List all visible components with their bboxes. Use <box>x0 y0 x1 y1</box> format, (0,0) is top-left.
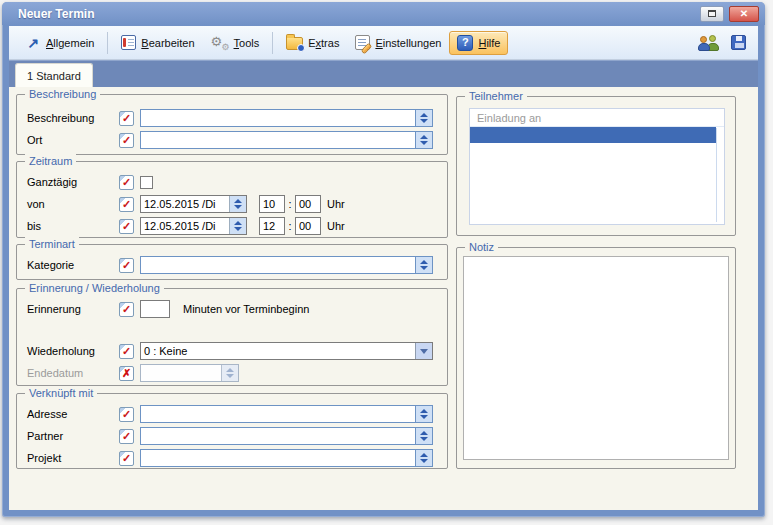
toolbar-separator <box>107 32 108 54</box>
erinnerung-hint-label: Minuten vor Terminbeginn <box>183 303 309 315</box>
time-colon: : <box>285 220 295 232</box>
bis-label: bis <box>27 220 119 232</box>
von-unit-label: Uhr <box>327 198 345 210</box>
group-teilnehmer: Teilnehmer Einladung an <box>456 96 736 236</box>
screen: Neuer Termin ✕ ↗ Allgemein Bearbeiten <box>0 0 773 525</box>
partner-input[interactable] <box>140 427 433 445</box>
restore-button[interactable] <box>700 6 724 22</box>
participants-selected-row[interactable] <box>470 127 716 143</box>
partner-spinner[interactable] <box>415 428 432 444</box>
group-title: Terminart <box>25 237 79 251</box>
chevron-down-icon[interactable] <box>415 343 432 359</box>
ort-spinner[interactable] <box>415 132 432 148</box>
close-icon: ✕ <box>740 9 748 19</box>
toolbar: ↗ Allgemein Bearbeiten ⚙⚙ Tools <box>9 26 758 60</box>
toolbar-button-allgemein[interactable]: ↗ Allgemein <box>17 31 102 55</box>
participants-column-header[interactable]: Einladung an <box>470 109 724 127</box>
arrow-up-right-icon: ↗ <box>25 35 41 51</box>
group-notiz: Notiz <box>456 247 736 469</box>
folder-info-icon <box>286 37 303 50</box>
check-flag-icon[interactable]: ✓ <box>119 258 134 273</box>
bis-hour-input[interactable]: 12 <box>259 217 285 235</box>
adresse-label: Adresse <box>27 408 119 420</box>
endedatum-label: Endedatum <box>27 367 119 379</box>
toolbar-button-hilfe[interactable]: ? Hilfe <box>449 31 508 55</box>
time-colon: : <box>285 198 295 210</box>
bis-unit-label: Uhr <box>327 220 345 232</box>
von-minute-input[interactable]: 00 <box>295 195 321 213</box>
participants-list[interactable]: Einladung an <box>469 108 725 225</box>
check-flag-icon[interactable]: ✓ <box>119 302 134 317</box>
tab-standard[interactable]: 1 Standard <box>15 63 93 87</box>
erinnerung-minutes-input[interactable] <box>140 300 170 318</box>
beschreibung-spinner[interactable] <box>415 110 432 126</box>
erinnerung-label: Erinnerung <box>27 303 119 315</box>
adresse-input[interactable] <box>140 405 433 423</box>
projekt-input[interactable] <box>140 449 433 467</box>
check-flag-icon[interactable]: ✓ <box>119 175 134 190</box>
group-title: Beschreibung <box>25 87 100 101</box>
cross-flag-icon[interactable]: ✗ <box>119 366 134 381</box>
toolbar-button-tools[interactable]: ⚙⚙ Tools <box>203 31 268 55</box>
ort-label: Ort <box>27 134 119 146</box>
check-flag-icon[interactable]: ✓ <box>119 219 134 234</box>
window-title: Neuer Termin <box>18 7 695 21</box>
projekt-spinner[interactable] <box>415 450 432 466</box>
check-flag-icon[interactable]: ✓ <box>119 133 134 148</box>
bis-date-input[interactable]: 12.05.2015 /Di <box>140 217 247 235</box>
check-flag-icon[interactable]: ✓ <box>119 344 134 359</box>
projekt-label: Projekt <box>27 452 119 464</box>
kategorie-spinner[interactable] <box>415 257 432 273</box>
group-title: Teilnehmer <box>465 89 527 103</box>
restore-icon <box>708 10 716 17</box>
participants-scrollbar[interactable] <box>716 128 717 222</box>
adresse-spinner[interactable] <box>415 406 432 422</box>
group-title: Verknüpft mit <box>25 386 97 400</box>
tab-strip: 1 Standard <box>9 60 758 87</box>
wiederholung-label: Wiederholung <box>27 345 119 357</box>
toolbar-separator <box>272 32 273 54</box>
notes-textarea[interactable] <box>463 256 729 460</box>
bis-date-spinner[interactable] <box>229 218 246 234</box>
contacts-icon[interactable] <box>698 35 719 51</box>
save-icon[interactable] <box>731 35 746 50</box>
toolbar-button-bearbeiten[interactable]: Bearbeiten <box>113 31 202 54</box>
ort-input[interactable] <box>140 131 433 149</box>
group-title: Zeitraum <box>25 154 76 168</box>
partner-label: Partner <box>27 430 119 442</box>
kategorie-input[interactable] <box>140 256 433 274</box>
check-flag-icon[interactable]: ✓ <box>119 111 134 126</box>
wiederholung-dropdown[interactable]: 0 : Keine <box>140 342 433 360</box>
group-title: Notiz <box>465 240 498 254</box>
check-flag-icon[interactable]: ✓ <box>119 429 134 444</box>
von-label: von <box>27 198 119 210</box>
group-zeitraum: Zeitraum Ganztägig ✓ von ✓ 12.05.2015 /D… <box>16 161 448 238</box>
new-appointment-window: Neuer Termin ✕ ↗ Allgemein Bearbeiten <box>2 2 765 517</box>
toolbar-button-einstellungen[interactable]: Einstellungen <box>347 31 449 54</box>
group-erinnerung-wiederholung: Erinnerung / Wiederholung Erinnerung ✓ M… <box>16 288 448 386</box>
von-date-spinner[interactable] <box>229 196 246 212</box>
check-flag-icon[interactable]: ✓ <box>119 451 134 466</box>
group-beschreibung: Beschreibung Beschreibung ✓ Ort ✓ <box>16 94 448 155</box>
settings-form-icon <box>355 35 370 50</box>
von-date-input[interactable]: 12.05.2015 /Di <box>140 195 247 213</box>
endedatum-input <box>140 364 239 382</box>
beschreibung-input[interactable] <box>140 109 433 127</box>
endedatum-spinner <box>221 365 238 381</box>
beschreibung-label: Beschreibung <box>27 112 119 124</box>
edit-note-icon <box>121 35 136 50</box>
von-hour-input[interactable]: 10 <box>259 195 285 213</box>
titlebar[interactable]: Neuer Termin ✕ <box>2 2 765 25</box>
bis-minute-input[interactable]: 00 <box>295 217 321 235</box>
group-terminart: Terminart Kategorie ✓ <box>16 244 448 280</box>
check-flag-icon[interactable]: ✓ <box>119 407 134 422</box>
group-title: Erinnerung / Wiederholung <box>25 281 164 295</box>
help-icon: ? <box>457 35 473 51</box>
close-button[interactable]: ✕ <box>729 6 759 22</box>
group-verknuepft-mit: Verknüpft mit Adresse ✓ Partner ✓ <box>16 393 448 469</box>
check-flag-icon[interactable]: ✓ <box>119 197 134 212</box>
toolbar-button-extras[interactable]: Extras <box>278 31 347 54</box>
kategorie-label: Kategorie <box>27 259 119 271</box>
ganztaegig-checkbox[interactable] <box>140 176 153 189</box>
gears-icon: ⚙⚙ <box>211 35 229 51</box>
